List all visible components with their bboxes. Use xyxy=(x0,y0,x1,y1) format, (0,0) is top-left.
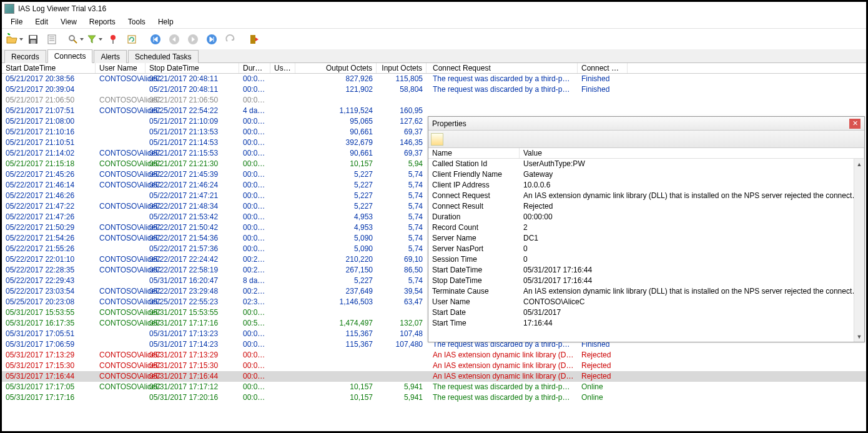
property-row[interactable]: Server NameDC1 xyxy=(428,233,864,244)
col-header[interactable]: Duration xyxy=(239,63,270,73)
scrollbar[interactable]: ▲ ▼ xyxy=(854,159,864,342)
nav-last-button[interactable] xyxy=(203,31,220,48)
property-row[interactable]: Connect ResultRejected xyxy=(428,201,864,212)
menu-reports[interactable]: Reports xyxy=(84,16,121,27)
table-row[interactable]: 05/21/2017 20:39:0405/21/2017 20:48:1100… xyxy=(2,84,866,95)
cell: 210,220 xyxy=(295,254,377,265)
cell: An IAS extension dynamic link library (D… xyxy=(427,350,578,361)
property-row[interactable]: Start Date05/31/2017 xyxy=(428,307,864,318)
cell xyxy=(270,276,295,286)
cell: 39,54 xyxy=(377,286,427,297)
menu-file[interactable]: File xyxy=(6,16,27,27)
cell: CONTOSO\AliceC xyxy=(96,371,145,382)
col-header[interactable]: User IP xyxy=(270,63,295,73)
property-row[interactable]: Server NasPort0 xyxy=(428,244,864,254)
properties-titlebar[interactable]: Properties ✕ xyxy=(428,117,864,131)
redo-button[interactable] xyxy=(222,31,239,48)
save-button[interactable] xyxy=(24,31,42,48)
cell xyxy=(270,392,295,403)
svg-rect-16 xyxy=(250,35,255,44)
menu-tools[interactable]: Tools xyxy=(123,16,150,27)
report-button[interactable] xyxy=(43,31,61,48)
property-row[interactable]: Session Time0 xyxy=(428,254,864,265)
cell: 05/22/2017 21:47:26 xyxy=(2,212,96,222)
cell: 4 days 0... xyxy=(239,106,270,116)
nav-first-button[interactable] xyxy=(147,31,164,48)
cell: 5,090 xyxy=(295,244,377,254)
cell: 5,74 xyxy=(377,180,427,191)
cell: 5,227 xyxy=(295,201,377,212)
categorize-icon[interactable] xyxy=(431,133,443,146)
nav-prev-button[interactable] xyxy=(165,31,183,48)
grid-header: Start DateTimeUser NameStop DateTimeDura… xyxy=(2,63,866,74)
open-button[interactable] xyxy=(6,31,23,48)
cell: 00:01:51 xyxy=(239,148,270,159)
marker-button[interactable] xyxy=(104,31,122,48)
cell: 05/22/2017 21:48:34 xyxy=(145,201,239,212)
nav-next-button[interactable] xyxy=(184,31,202,48)
property-row[interactable]: Record Count2 xyxy=(428,222,864,233)
col-header[interactable]: User Name xyxy=(96,63,145,73)
cell: 05/22/2017 21:53:42 xyxy=(145,212,239,222)
property-row[interactable]: Duration00:00:00 xyxy=(428,212,864,222)
table-row[interactable]: 05/31/2017 17:17:05CONTOSO\AliceC05/31/2… xyxy=(2,382,866,392)
cell: CONTOSO\AliceC xyxy=(96,361,145,371)
cell: 86,50 xyxy=(377,265,427,276)
cell: 05/22/2017 22:01:10 xyxy=(2,254,96,265)
property-row[interactable]: Terminate CauseAn IAS extension dynamic … xyxy=(428,286,864,297)
table-row[interactable]: 05/21/2017 20:38:56CONTOSO\AliceC05/21/2… xyxy=(2,74,866,84)
menu-view[interactable]: View xyxy=(56,16,82,27)
cell: CONTOSO\AliceC xyxy=(96,233,145,244)
col-header[interactable]: Stop DateTime xyxy=(145,63,239,73)
cell: CONTOSO\AliceC xyxy=(96,307,145,318)
menu-help[interactable]: Help xyxy=(153,16,179,27)
prop-col-value[interactable]: Value xyxy=(520,148,864,158)
cell xyxy=(270,84,295,95)
col-header[interactable]: Input Octets xyxy=(377,63,427,73)
scroll-down-icon[interactable]: ▼ xyxy=(854,331,864,342)
property-name: Client Friendly Name xyxy=(428,169,520,180)
property-row[interactable]: Client Friendly NameGateway xyxy=(428,169,864,180)
cell xyxy=(270,233,295,244)
property-row[interactable]: Start DateTime05/31/2017 17:16:44 xyxy=(428,265,864,276)
toolbar xyxy=(2,28,866,49)
cell: 4,953 xyxy=(295,222,377,233)
col-header[interactable]: Start DateTime xyxy=(2,63,96,73)
refresh-button[interactable] xyxy=(123,31,141,48)
table-row[interactable]: 05/31/2017 17:16:44CONTOSO\AliceC05/31/2… xyxy=(2,371,866,382)
cell: 00:00:00 xyxy=(239,350,270,361)
tab-alerts[interactable]: Alerts xyxy=(94,50,127,63)
table-row[interactable]: 05/31/2017 17:15:30CONTOSO\AliceC05/31/2… xyxy=(2,361,866,371)
col-header[interactable]: Connect Re... xyxy=(578,63,628,73)
property-row[interactable]: User NameCONTOSO\AliceC xyxy=(428,297,864,307)
cell: 00:06:12 xyxy=(239,159,270,169)
cell: 05/22/2017 21:46:26 xyxy=(2,191,96,201)
cell: 05/31/2017 16:17:35 xyxy=(2,318,96,329)
table-row[interactable]: 05/21/2017 21:07:51CONTOSO\AliceC05/25/2… xyxy=(2,106,866,116)
property-row[interactable]: Start Time17:16:44 xyxy=(428,318,864,329)
property-row[interactable]: Client IP Address10.0.0.6 xyxy=(428,180,864,191)
cell: 05/31/2017 17:17:12 xyxy=(145,382,239,392)
property-row[interactable]: Called Station IdUserAuthType:PW xyxy=(428,159,864,169)
table-row[interactable]: 05/21/2017 21:06:50CONTOSO\AliceC05/21/2… xyxy=(2,95,866,106)
col-header[interactable]: Output Octets xyxy=(295,63,377,73)
tab-scheduled-tasks[interactable]: Scheduled Tasks xyxy=(128,50,199,63)
exit-button[interactable] xyxy=(245,31,263,48)
svg-rect-1 xyxy=(30,36,36,39)
close-button[interactable]: ✕ xyxy=(849,119,861,129)
filter-button[interactable] xyxy=(86,31,103,48)
scroll-up-icon[interactable]: ▲ xyxy=(854,159,864,169)
property-row[interactable]: Connect RequestAn IAS extension dynamic … xyxy=(428,191,864,201)
search-button[interactable] xyxy=(67,31,84,48)
table-row[interactable]: 05/31/2017 17:17:1605/31/2017 17:20:1600… xyxy=(2,392,866,403)
prop-col-name[interactable]: Name xyxy=(428,148,520,158)
tab-connects[interactable]: Connects xyxy=(47,49,93,63)
cell xyxy=(270,307,295,318)
cell: 00:00:00 xyxy=(239,371,270,382)
menu-edit[interactable]: Edit xyxy=(30,16,53,27)
table-row[interactable]: 05/31/2017 17:13:29CONTOSO\AliceC05/31/2… xyxy=(2,350,866,361)
property-row[interactable]: Stop DateTime05/31/2017 17:16:44 xyxy=(428,276,864,286)
tab-records[interactable]: Records xyxy=(4,50,46,63)
col-header[interactable]: Connect Request xyxy=(427,63,578,73)
cell: 05/21/2017 21:06:50 xyxy=(145,95,239,106)
